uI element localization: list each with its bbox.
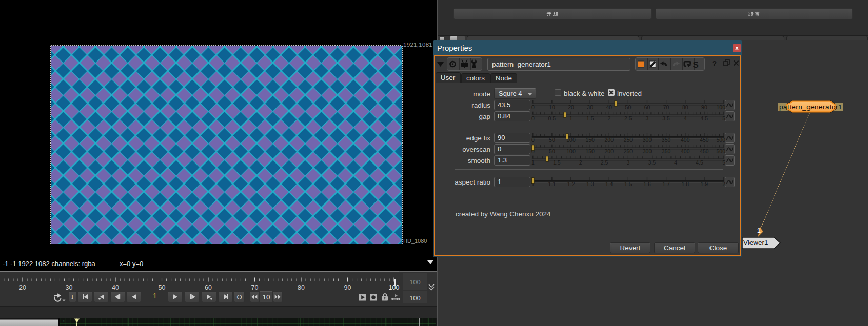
svg-text:350: 350 (662, 148, 671, 154)
svg-text:S: S (693, 60, 699, 70)
svg-text:4.5: 4.5 (701, 115, 708, 121)
svg-text:400: 400 (681, 148, 690, 154)
svg-text:100: 100 (409, 278, 421, 286)
svg-text:4: 4 (684, 115, 687, 121)
svg-text:50: 50 (549, 148, 555, 154)
svg-text:1.2: 1.2 (567, 181, 575, 187)
svg-text:450: 450 (700, 148, 709, 154)
svg-text:40: 40 (112, 284, 119, 291)
svg-text:300: 300 (643, 148, 652, 154)
svg-text:1.8: 1.8 (681, 181, 689, 187)
svg-text:200: 200 (605, 137, 614, 143)
svg-text:1.5: 1.5 (553, 159, 561, 166)
svg-text:100: 100 (716, 104, 725, 110)
svg-text:150: 150 (585, 148, 595, 154)
svg-text:100: 100 (566, 148, 576, 154)
svg-text:300: 300 (643, 137, 652, 143)
svg-text:0: 0 (531, 137, 535, 143)
svg-text:0.5: 0.5 (548, 115, 556, 121)
svg-text:150: 150 (585, 137, 595, 143)
svg-text:90: 90 (701, 104, 707, 110)
svg-text:250: 250 (624, 148, 633, 154)
svg-text:3.5: 3.5 (662, 115, 670, 121)
svg-text:3.5: 3.5 (648, 159, 656, 166)
svg-text:0: 0 (531, 115, 535, 121)
svg-text:4.5: 4.5 (696, 159, 703, 166)
svg-text:400: 400 (681, 137, 690, 143)
svg-text:100: 100 (409, 294, 421, 302)
svg-text:40: 40 (606, 104, 612, 110)
svg-text:3: 3 (646, 115, 649, 121)
svg-text:80: 80 (682, 104, 688, 110)
svg-text:1.6: 1.6 (643, 181, 651, 187)
svg-text:50: 50 (625, 104, 632, 110)
svg-text:1: 1 (63, 319, 65, 323)
svg-text:4: 4 (674, 159, 677, 166)
svg-text:0: 0 (531, 104, 535, 110)
svg-text:20: 20 (19, 284, 26, 291)
svg-text:1.9: 1.9 (701, 181, 708, 187)
svg-text:500: 500 (716, 137, 725, 143)
svg-text:1.7: 1.7 (662, 181, 670, 187)
svg-text:10: 10 (549, 104, 555, 110)
svg-text:1.5: 1.5 (624, 181, 632, 187)
svg-text:2.5: 2.5 (624, 115, 632, 121)
svg-text:450: 450 (700, 137, 709, 143)
svg-text:1.5: 1.5 (586, 115, 594, 121)
svg-text:1: 1 (531, 159, 535, 166)
svg-text:2: 2 (579, 159, 582, 166)
svg-text:90: 90 (344, 284, 351, 291)
svg-text:1: 1 (569, 115, 573, 121)
svg-text:1.3: 1.3 (586, 181, 594, 187)
svg-text:70: 70 (251, 284, 259, 291)
svg-text:200: 200 (605, 148, 614, 154)
svg-text:2: 2 (607, 115, 610, 121)
svg-text:1.4: 1.4 (605, 181, 613, 187)
svg-text:60: 60 (205, 284, 212, 291)
svg-text:1.1: 1.1 (548, 181, 556, 187)
svg-text:80: 80 (298, 284, 305, 291)
svg-text:350: 350 (662, 137, 671, 143)
svg-text:50: 50 (549, 137, 555, 143)
svg-text:60: 60 (644, 104, 650, 110)
svg-text:2.5: 2.5 (601, 159, 608, 166)
svg-text:30: 30 (66, 284, 73, 291)
svg-text:50: 50 (159, 284, 166, 291)
svg-text:100: 100 (389, 284, 400, 291)
svg-text:500: 500 (716, 148, 725, 154)
svg-text:70: 70 (663, 104, 669, 110)
svg-text:250: 250 (624, 137, 633, 143)
svg-text:30: 30 (587, 104, 593, 110)
svg-text:20: 20 (568, 104, 574, 110)
svg-text:3: 3 (626, 159, 629, 166)
